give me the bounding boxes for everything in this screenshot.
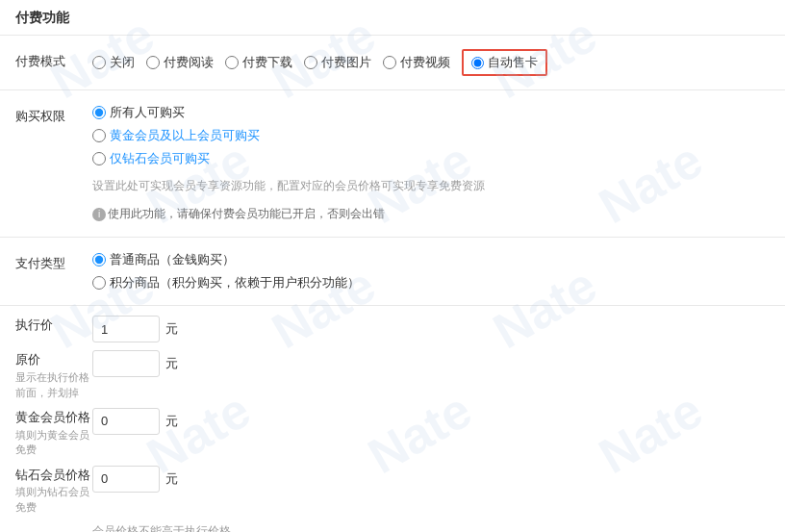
original-price-input[interactable] — [92, 350, 160, 377]
purchase-limit-info1: 设置此处可实现会员专享资源功能，配置对应的会员价格可实现专享免费资源 — [92, 177, 770, 195]
payment-type-content: 普通商品（金钱购买） 积分商品（积分购买，依赖于用户积分功能） — [92, 251, 770, 291]
purchase-limit-info2: i使用此功能，请确保付费会员功能已开启，否则会出错 — [92, 205, 770, 223]
diamond-price-sub: 填则为钻石会员免费 — [15, 485, 92, 515]
gold-price-sub: 填则为黄金会员免费 — [15, 428, 92, 458]
member-note: 会员价格不能高于执行价格 — [15, 522, 770, 532]
payment-mode-auto-sell-highlighted[interactable]: 自动售卡 — [462, 49, 547, 76]
exec-price-unit: 元 — [165, 320, 178, 338]
original-price-label: 原价 — [15, 350, 92, 370]
purchase-limit-content: 所有人可购买 黄金会员及以上会员可购买 仅钻石会员可购买 设置此处可实现会员专享… — [92, 104, 770, 223]
member-note-text: 会员价格不能高于执行价格 — [92, 524, 231, 532]
original-price-sub: 显示在执行价格前面，并划掉 — [15, 370, 92, 400]
purchase-limit-label: 购买权限 — [15, 104, 92, 126]
payment-mode-video[interactable]: 付费视频 — [383, 54, 450, 71]
diamond-price-label-wrap: 钻石会员价格 填则为钻石会员免费 — [15, 466, 92, 516]
payment-mode-image[interactable]: 付费图片 — [304, 54, 371, 71]
purchase-limit-gold[interactable]: 黄金会员及以上会员可购买 — [92, 127, 760, 144]
payment-mode-options: 关闭 付费阅读 付费下载 付费图片 付费视频 — [92, 49, 770, 76]
diamond-price-input-wrap: 元 — [92, 466, 178, 493]
payment-type-points[interactable]: 积分商品（积分购买，依赖于用户积分功能） — [92, 274, 760, 291]
payment-mode-video-label: 付费视频 — [400, 54, 450, 71]
payment-mode-off[interactable]: 关闭 — [92, 54, 135, 71]
payment-type-row: 支付类型 普通商品（金钱购买） 积分商品（积分购买，依赖于用户积分功能） — [0, 238, 785, 306]
original-price-unit: 元 — [165, 355, 178, 372]
payment-mode-read-label: 付费阅读 — [164, 54, 214, 71]
original-price-label-wrap: 原价 显示在执行价格前面，并划掉 — [15, 350, 92, 400]
payment-type-normal[interactable]: 普通商品（金钱购买） — [92, 251, 760, 268]
exec-price-input-wrap: 元 — [92, 316, 178, 342]
diamond-price-input[interactable] — [92, 466, 160, 493]
payment-type-label: 支付类型 — [15, 251, 92, 273]
gold-price-row: 黄金会员价格 填则为黄金会员免费 元 — [15, 408, 770, 458]
payment-type-normal-label: 普通商品（金钱购买） — [110, 251, 235, 268]
gold-price-label: 黄金会员价格 — [15, 408, 92, 428]
purchase-limit-all[interactable]: 所有人可购买 — [92, 104, 760, 121]
original-price-input-wrap: 元 — [92, 350, 178, 377]
price-grid: 执行价 元 原价 显示在执行价格前面，并划掉 元 黄金会员价格 填则为黄金会员免… — [0, 306, 785, 532]
purchase-limit-diamond[interactable]: 仅钻石会员可购买 — [92, 150, 760, 167]
gold-price-label-wrap: 黄金会员价格 填则为黄金会员免费 — [15, 408, 92, 458]
diamond-price-unit: 元 — [165, 470, 178, 488]
purchase-limit-options: 所有人可购买 黄金会员及以上会员可购买 仅钻石会员可购买 — [92, 104, 770, 167]
payment-mode-download-label: 付费下载 — [242, 54, 292, 71]
payment-type-options: 普通商品（金钱购买） 积分商品（积分购买，依赖于用户积分功能） — [92, 251, 770, 291]
payment-mode-download[interactable]: 付费下载 — [225, 54, 292, 71]
exec-price-label-wrap: 执行价 — [15, 316, 92, 336]
purchase-limit-diamond-label: 仅钻石会员可购买 — [110, 150, 210, 167]
purchase-limit-gold-label: 黄金会员及以上会员可购买 — [110, 127, 260, 144]
original-price-row: 原价 显示在执行价格前面，并划掉 元 — [15, 350, 770, 400]
payment-mode-content: 关闭 付费阅读 付费下载 付费图片 付费视频 — [92, 49, 770, 76]
payment-mode-row: 付费模式 关闭 付费阅读 付费下载 付费图片 — [0, 36, 785, 90]
purchase-limit-row: 购买权限 所有人可购买 黄金会员及以上会员可购买 仅钻石会员可购买 设置此处可实… — [0, 90, 785, 238]
purchase-limit-all-label: 所有人可购买 — [110, 104, 185, 121]
payment-mode-auto-sell-label: 自动售卡 — [488, 54, 538, 71]
payment-mode-off-label: 关闭 — [110, 54, 135, 71]
exec-price-input[interactable] — [92, 316, 160, 342]
payment-type-points-label: 积分商品（积分购买，依赖于用户积分功能） — [110, 274, 360, 291]
payment-mode-image-label: 付费图片 — [321, 54, 371, 71]
diamond-price-row: 钻石会员价格 填则为钻石会员免费 元 — [15, 466, 770, 516]
exec-price-label: 执行价 — [15, 316, 92, 336]
info-icon: i — [92, 208, 106, 221]
payment-mode-read[interactable]: 付费阅读 — [146, 54, 214, 71]
gold-price-input-wrap: 元 — [92, 408, 178, 435]
payment-mode-label: 付费模式 — [15, 49, 92, 71]
gold-price-input[interactable] — [92, 408, 160, 435]
exec-price-row: 执行价 元 — [15, 316, 770, 342]
gold-price-unit: 元 — [165, 413, 178, 430]
diamond-price-label: 钻石会员价格 — [15, 466, 92, 486]
page-title: 付费功能 — [0, 0, 785, 36]
